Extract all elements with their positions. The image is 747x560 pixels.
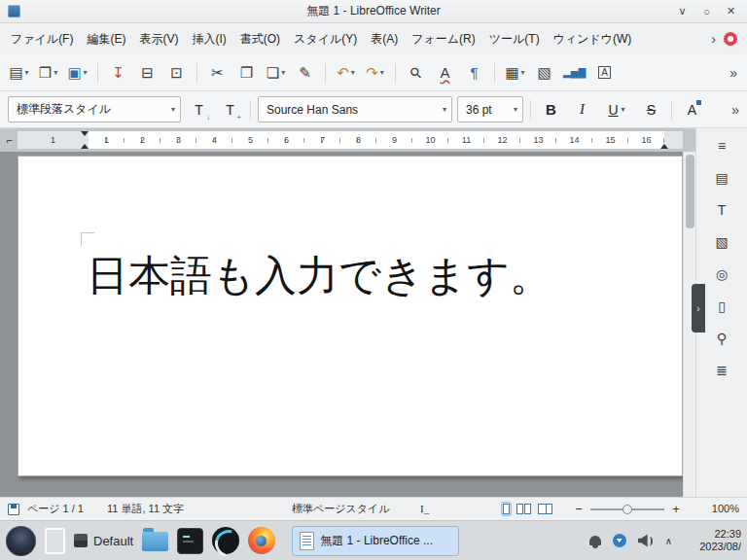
menu-file[interactable]: ファイル(F) [4,23,80,54]
menu-format[interactable]: 書式(O) [233,23,287,54]
sidebar-accessibility-icon[interactable]: ≣ [705,355,738,385]
page-number-status[interactable]: ページ 1 / 1 [27,498,84,520]
insert-image-button[interactable]: ▧ [531,59,557,87]
superscript-button[interactable]: A [679,96,705,122]
font-name-combo[interactable]: Source Han Sans ▾ [258,96,452,122]
update-notification-icon[interactable] [724,32,737,46]
paste-button[interactable]: ❏▾ [263,59,289,87]
word-count-status[interactable]: 11 単語, 11 文字 [107,498,184,520]
sidebar-style-inspector-icon[interactable]: ⚲ [705,323,738,353]
active-task-button[interactable]: 無題 1 - LibreOffice ... [292,526,459,556]
clone-formatting-button[interactable]: ✎ [292,59,318,87]
tab-stop-selector[interactable]: ⌐ [3,131,17,149]
file-manager-icon[interactable] [142,532,168,551]
zoom-slider-handle[interactable] [622,505,632,514]
sidebar-settings-icon[interactable]: ≡ [705,130,738,160]
document-page[interactable]: 日本語も入力できます。 [18,156,683,476]
close-button[interactable]: ✕ [723,3,739,19]
insert-table-button[interactable]: ▦▾ [502,59,528,87]
menu-view[interactable]: 表示(V) [132,23,185,54]
selection-mode-status[interactable]: I_ [420,498,429,520]
underline-button[interactable]: U ▾ [600,96,633,122]
copy-button[interactable]: ❐ [233,59,260,87]
toolbar-button-glyph: A [598,66,611,79]
font-size-combo[interactable]: 36 pt ▾ [457,96,523,122]
export-pdf-button[interactable]: ↧ [105,59,131,87]
formatbar-overflow-button[interactable]: » [731,102,739,118]
toolbar-button-glyph: ¶ [470,64,478,81]
left-indent-marker[interactable] [81,144,89,149]
menu-tools[interactable]: ツール(T) [482,23,547,54]
volume-icon[interactable] [638,535,654,547]
menu-insert[interactable]: 挿入(I) [185,23,232,54]
insert-chart-button[interactable]: ▂▅▇ [560,59,588,87]
expand-tray-icon[interactable]: ∧ [665,536,672,546]
bold-button[interactable]: B [538,96,564,122]
toolbar-overflow-button[interactable]: » [726,65,741,81]
save-button[interactable]: ▣▾ [64,59,90,87]
formatting-marks-button[interactable]: ¶ [461,59,487,87]
insert-textbox-button[interactable]: A [591,59,618,87]
new-document-button[interactable]: ▤▾ [6,59,32,87]
clock-widget[interactable]: 22:39 2023/08/ [681,528,741,553]
menu-styles[interactable]: スタイル(Y) [287,23,364,54]
strikethrough-button[interactable]: S [638,96,664,122]
first-line-indent-marker[interactable] [81,131,89,136]
find-replace-button[interactable]: ⚲ [403,59,429,87]
separator [494,63,495,83]
zoom-in-button[interactable]: + [671,502,681,516]
chevron-down-icon: ▾ [25,68,29,77]
single-page-view-button[interactable] [502,503,511,515]
document-view[interactable]: 日本語も入力できます。 [0,152,683,497]
notifications-icon[interactable] [589,536,601,545]
print-preview-button[interactable]: ⊡ [163,59,190,87]
menu-table[interactable]: 表(A) [364,23,405,54]
firefox-icon[interactable] [248,527,275,554]
virtual-desktop-pager[interactable] [45,528,65,554]
multi-page-view-button[interactable] [516,503,532,515]
separator [530,100,531,120]
open-file-button[interactable]: ❒▾ [35,59,61,87]
italic-button[interactable]: I [569,96,595,122]
menubar-overflow-button[interactable]: › [705,31,722,47]
undo-button[interactable]: ↶▾ [333,59,359,87]
sidebar-collapse-handle[interactable]: › [692,284,705,332]
menu-form[interactable]: フォーム(R) [405,23,482,54]
sidebar-properties-icon[interactable]: ▤ [705,162,738,192]
window-menu-icon[interactable] [8,5,20,18]
update-style-button[interactable]: T ↓ [186,96,212,122]
horizontal-ruler[interactable]: ⌐ 12345678910111213141516 1 [0,128,695,152]
zoom-slider[interactable] [590,508,664,510]
page-style-status[interactable]: 標準ページスタイル [292,498,390,520]
maximize-button[interactable]: ○ [698,3,715,19]
print-button[interactable]: ⊟ [134,59,160,87]
ruler-number: 11 [448,131,484,149]
zoom-level[interactable]: 100% [712,498,739,520]
sidebar-navigator-icon[interactable]: ◎ [705,259,738,289]
paragraph-style-combo[interactable]: 標準段落スタイル ▾ [8,96,181,122]
active-task-label: 無題 1 - LibreOffice ... [320,533,451,549]
scrollbar-thumb[interactable] [686,155,694,228]
software-updates-icon[interactable] [613,534,626,547]
zoom-out-button[interactable]: − [574,502,584,516]
book-view-button[interactable] [537,503,553,515]
clock-date: 2023/08/ [699,541,741,552]
redo-button[interactable]: ↷▾ [362,59,388,87]
sidebar-gallery-icon[interactable]: ▧ [705,227,738,257]
new-style-button[interactable]: T + [217,96,243,122]
sidebar-styles-icon[interactable]: T [705,194,738,225]
terminal-icon[interactable] [177,528,203,554]
menu-window[interactable]: ウィンドウ(W) [547,23,639,54]
app-launcher-button[interactable] [6,526,36,556]
spelling-button[interactable]: A [432,59,458,87]
document-text[interactable]: 日本語も入力できます。 [87,250,551,302]
save-status-icon[interactable] [8,504,19,515]
menu-edit[interactable]: 編集(E) [80,23,132,54]
right-indent-marker[interactable] [660,144,668,149]
sidebar-page-icon[interactable]: ▯ [705,291,738,321]
minimize-button[interactable]: ∨ [674,3,691,19]
ruler-band[interactable]: 12345678910111213141516 [18,131,683,149]
activity-widget[interactable]: Default [74,534,133,548]
cut-button[interactable]: ✂ [204,59,231,87]
system-monitor-icon[interactable] [212,527,239,554]
